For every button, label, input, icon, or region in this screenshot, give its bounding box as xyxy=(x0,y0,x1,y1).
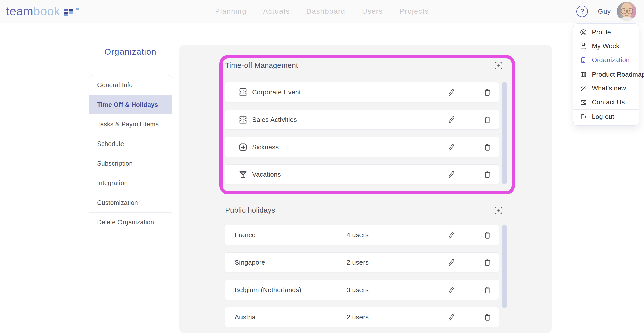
delete-button[interactable] xyxy=(482,257,492,267)
edit-button[interactable] xyxy=(446,142,456,152)
users-count: 2 users xyxy=(347,313,369,321)
pencil-icon xyxy=(447,88,456,97)
holiday-row-austria: Austria 2 users xyxy=(225,307,499,327)
delete-button[interactable] xyxy=(482,230,492,240)
cocktail-icon xyxy=(238,169,248,179)
add-timeoff-button[interactable] xyxy=(495,62,502,69)
menu-item-label: Organization xyxy=(592,56,630,64)
add-holiday-button[interactable] xyxy=(495,207,502,214)
holidays-section-title: Public holidays xyxy=(225,206,275,214)
sidebar-item-delete-organization[interactable]: Delete Organization xyxy=(89,212,172,232)
menu-divider xyxy=(573,67,639,67)
users-count: 2 users xyxy=(347,259,369,266)
menu-item-label: Product Roadmap xyxy=(592,71,644,78)
logout-icon xyxy=(579,113,587,121)
pencil-icon xyxy=(447,142,456,152)
nav-item-dashboard[interactable]: Dashboard xyxy=(306,7,345,15)
country-label: Belgium (Netherlands) xyxy=(235,286,347,294)
user-menu: Profile My Week Organizati xyxy=(573,23,639,126)
edit-button[interactable] xyxy=(446,312,456,322)
users-count: 4 users xyxy=(347,231,369,239)
timeoff-scrollbar[interactable] xyxy=(502,82,507,184)
header-right-cluster: Guy xyxy=(576,0,636,23)
calendar-icon xyxy=(579,42,587,50)
trash-icon xyxy=(483,115,492,124)
menu-divider xyxy=(573,109,639,110)
nav-item-projects[interactable]: Projects xyxy=(399,7,429,15)
menu-item-whats-new[interactable]: What's new xyxy=(573,81,639,95)
trash-icon xyxy=(483,170,492,179)
sidebar-item-time-off-holidays[interactable]: Time Off & Holidays xyxy=(89,95,172,114)
holiday-row-france: France 4 users xyxy=(225,225,499,245)
nav-item-actuals[interactable]: Actuals xyxy=(263,7,290,15)
delete-button[interactable] xyxy=(482,169,492,179)
menu-item-product-roadmap[interactable]: Product Roadmap xyxy=(573,68,639,81)
holiday-row-singapore: Singapore 2 users xyxy=(225,252,499,272)
country-label: France xyxy=(235,231,347,239)
medical-cross-icon xyxy=(238,142,248,152)
trash-icon xyxy=(483,258,492,267)
edit-button[interactable] xyxy=(446,115,456,125)
logo-text-team: team xyxy=(6,5,33,18)
logo-grid-icon xyxy=(64,7,80,17)
timeoff-row-sickness: Sickness xyxy=(225,137,499,157)
delete-button[interactable] xyxy=(482,285,492,295)
edit-button[interactable] xyxy=(446,87,456,97)
trash-icon xyxy=(483,142,492,152)
timeoff-row-sales-activities: Sales Activities xyxy=(225,110,499,130)
person-circle-icon xyxy=(579,28,587,36)
delete-button[interactable] xyxy=(482,142,492,152)
country-label: Singapore xyxy=(235,259,347,266)
nav-item-planning[interactable]: Planning xyxy=(215,7,247,15)
edit-button[interactable] xyxy=(446,285,456,295)
menu-item-log-out[interactable]: Log out xyxy=(573,110,639,124)
sidebar-item-tasks-payroll-items[interactable]: Tasks & Payroll Items xyxy=(89,114,172,134)
sidebar-item-general-info[interactable]: General Info xyxy=(89,75,172,95)
logo-text-book: book xyxy=(33,5,60,18)
logo-text: teambook xyxy=(6,5,60,17)
user-name: Guy xyxy=(598,8,611,15)
pencil-icon xyxy=(447,313,456,322)
menu-item-label: What's new xyxy=(592,84,626,92)
settings-sidebar: General Info Time Off & Holidays Tasks &… xyxy=(89,75,172,232)
pencil-icon xyxy=(447,170,456,179)
edit-button[interactable] xyxy=(446,230,456,240)
pencil-icon xyxy=(447,115,456,124)
ticket-icon xyxy=(238,115,248,125)
menu-item-label: Profile xyxy=(592,28,611,36)
menu-item-contact-us[interactable]: Contact Us xyxy=(573,95,639,109)
main-nav: Planning Actuals Dashboard Users Project… xyxy=(215,0,429,23)
delete-button[interactable] xyxy=(482,87,492,97)
holidays-scrollbar[interactable] xyxy=(502,225,507,308)
edit-button[interactable] xyxy=(446,169,456,179)
delete-button[interactable] xyxy=(482,115,492,125)
trash-icon xyxy=(483,313,492,322)
menu-item-organization[interactable]: Organization xyxy=(573,53,639,67)
timeoff-label: Corporate Event xyxy=(252,88,301,96)
sidebar-item-customization[interactable]: Customization xyxy=(89,193,172,212)
menu-item-my-week[interactable]: My Week xyxy=(573,39,639,53)
users-count: 3 users xyxy=(347,286,369,294)
menu-item-label: Contact Us xyxy=(592,98,625,106)
menu-item-label: My Week xyxy=(592,42,619,50)
user-avatar[interactable] xyxy=(617,2,636,21)
trash-icon xyxy=(483,285,492,294)
country-label: Austria xyxy=(235,313,347,321)
nav-item-users[interactable]: Users xyxy=(362,7,383,15)
edit-button[interactable] xyxy=(446,257,456,267)
menu-item-profile[interactable]: Profile xyxy=(573,25,639,39)
sidebar-item-integration[interactable]: Integration xyxy=(89,173,172,193)
avatar-glasses xyxy=(617,2,636,21)
organization-settings-page: teambook Planning Actuals Dashboard User… xyxy=(0,0,644,333)
magic-wand-icon xyxy=(579,84,587,92)
sidebar-item-schedule[interactable]: Schedule xyxy=(89,134,172,154)
mail-icon xyxy=(579,98,587,106)
sidebar-item-subscription[interactable]: Subscription xyxy=(89,154,172,173)
pencil-icon xyxy=(447,230,456,240)
help-icon[interactable] xyxy=(576,6,588,17)
delete-button[interactable] xyxy=(482,312,492,322)
teambook-logo[interactable]: teambook xyxy=(6,0,80,23)
timeoff-section-title: Time-off Management xyxy=(225,61,298,70)
page-title: Organization xyxy=(89,47,172,57)
ticket-icon xyxy=(238,87,248,97)
